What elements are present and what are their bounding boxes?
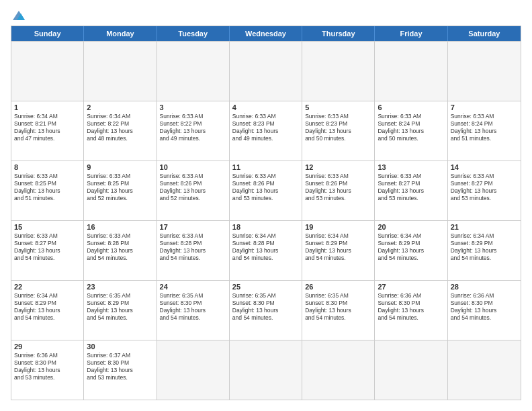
day-info: Sunrise: 6:34 AM Sunset: 8:29 PM Dayligh… <box>378 232 444 262</box>
day-info: Sunrise: 6:33 AM Sunset: 8:22 PM Dayligh… <box>160 113 226 142</box>
day-number: 20 <box>378 223 444 231</box>
day-cell-8: 8Sunrise: 6:33 AM Sunset: 8:25 PM Daylig… <box>11 161 84 220</box>
empty-cell <box>230 42 302 101</box>
day-number: 8 <box>14 163 81 171</box>
day-number: 28 <box>451 283 518 291</box>
calendar-row-2: 8Sunrise: 6:33 AM Sunset: 8:25 PM Daylig… <box>11 161 521 220</box>
day-cell-27: 27Sunrise: 6:36 AM Sunset: 8:30 PM Dayli… <box>375 281 447 340</box>
page: SundayMondayTuesdayWednesdayThursdayFrid… <box>0 0 532 411</box>
logo <box>11 11 26 19</box>
day-number: 4 <box>232 103 299 111</box>
day-number: 15 <box>14 223 81 231</box>
day-number: 27 <box>378 283 444 291</box>
day-number: 17 <box>160 223 226 231</box>
empty-cell <box>448 42 521 101</box>
day-info: Sunrise: 6:33 AM Sunset: 8:24 PM Dayligh… <box>451 113 518 142</box>
day-cell-1: 1Sunrise: 6:34 AM Sunset: 8:21 PM Daylig… <box>11 101 84 161</box>
day-number: 24 <box>160 283 226 291</box>
day-info: Sunrise: 6:34 AM Sunset: 8:29 PM Dayligh… <box>305 232 371 262</box>
day-info: Sunrise: 6:33 AM Sunset: 8:23 PM Dayligh… <box>232 113 299 142</box>
day-number: 18 <box>232 223 299 231</box>
day-number: 11 <box>232 163 299 171</box>
day-info: Sunrise: 6:33 AM Sunset: 8:25 PM Dayligh… <box>87 173 153 202</box>
day-cell-29: 29Sunrise: 6:36 AM Sunset: 8:30 PM Dayli… <box>11 340 84 400</box>
day-info: Sunrise: 6:33 AM Sunset: 8:26 PM Dayligh… <box>160 173 226 202</box>
day-number: 14 <box>451 163 518 171</box>
day-info: Sunrise: 6:33 AM Sunset: 8:23 PM Dayligh… <box>305 113 371 142</box>
day-info: Sunrise: 6:35 AM Sunset: 8:30 PM Dayligh… <box>232 292 299 322</box>
day-cell-25: 25Sunrise: 6:35 AM Sunset: 8:30 PM Dayli… <box>230 281 302 340</box>
empty-cell <box>157 42 230 101</box>
empty-cell <box>230 340 302 400</box>
day-info: Sunrise: 6:33 AM Sunset: 8:26 PM Dayligh… <box>232 173 299 202</box>
day-cell-21: 21Sunrise: 6:34 AM Sunset: 8:29 PM Dayli… <box>448 221 521 280</box>
calendar-row-1: 1Sunrise: 6:34 AM Sunset: 8:21 PM Daylig… <box>11 101 521 161</box>
day-cell-13: 13Sunrise: 6:33 AM Sunset: 8:27 PM Dayli… <box>375 161 447 220</box>
day-info: Sunrise: 6:34 AM Sunset: 8:22 PM Dayligh… <box>87 113 153 142</box>
day-cell-23: 23Sunrise: 6:35 AM Sunset: 8:29 PM Dayli… <box>84 281 157 340</box>
header <box>11 11 521 19</box>
day-number: 26 <box>305 283 371 291</box>
day-info: Sunrise: 6:36 AM Sunset: 8:30 PM Dayligh… <box>14 352 81 381</box>
day-cell-15: 15Sunrise: 6:33 AM Sunset: 8:27 PM Dayli… <box>11 221 84 280</box>
day-number: 21 <box>451 223 518 231</box>
day-number: 30 <box>87 342 153 351</box>
day-info: Sunrise: 6:36 AM Sunset: 8:30 PM Dayligh… <box>378 292 444 322</box>
day-number: 16 <box>87 223 153 231</box>
day-cell-5: 5Sunrise: 6:33 AM Sunset: 8:23 PM Daylig… <box>302 101 375 161</box>
day-number: 22 <box>14 283 81 291</box>
day-number: 5 <box>305 103 371 111</box>
calendar-row-5: 29Sunrise: 6:36 AM Sunset: 8:30 PM Dayli… <box>11 340 521 400</box>
day-info: Sunrise: 6:34 AM Sunset: 8:28 PM Dayligh… <box>232 232 299 262</box>
day-info: Sunrise: 6:36 AM Sunset: 8:30 PM Dayligh… <box>451 292 518 322</box>
day-number: 25 <box>232 283 299 291</box>
day-info: Sunrise: 6:33 AM Sunset: 8:24 PM Dayligh… <box>378 113 444 142</box>
calendar: SundayMondayTuesdayWednesdayThursdayFrid… <box>11 26 521 400</box>
day-cell-24: 24Sunrise: 6:35 AM Sunset: 8:30 PM Dayli… <box>157 281 230 340</box>
day-info: Sunrise: 6:33 AM Sunset: 8:28 PM Dayligh… <box>160 232 226 262</box>
day-cell-9: 9Sunrise: 6:33 AM Sunset: 8:25 PM Daylig… <box>84 161 157 220</box>
empty-cell <box>375 340 447 400</box>
day-cell-14: 14Sunrise: 6:33 AM Sunset: 8:27 PM Dayli… <box>448 161 521 220</box>
day-number: 9 <box>87 163 153 171</box>
header-day-thursday: Thursday <box>302 26 375 41</box>
day-number: 1 <box>14 103 81 111</box>
empty-cell <box>302 42 375 101</box>
day-cell-11: 11Sunrise: 6:33 AM Sunset: 8:26 PM Dayli… <box>230 161 302 220</box>
empty-cell <box>302 340 375 400</box>
day-number: 19 <box>305 223 371 231</box>
day-cell-10: 10Sunrise: 6:33 AM Sunset: 8:26 PM Dayli… <box>157 161 230 220</box>
day-info: Sunrise: 6:34 AM Sunset: 8:29 PM Dayligh… <box>14 292 81 322</box>
day-number: 23 <box>87 283 153 291</box>
day-info: Sunrise: 6:33 AM Sunset: 8:26 PM Dayligh… <box>305 173 371 202</box>
day-number: 13 <box>378 163 444 171</box>
day-cell-19: 19Sunrise: 6:34 AM Sunset: 8:29 PM Dayli… <box>302 221 375 280</box>
empty-cell <box>375 42 447 101</box>
day-cell-4: 4Sunrise: 6:33 AM Sunset: 8:23 PM Daylig… <box>230 101 302 161</box>
day-number: 6 <box>378 103 444 111</box>
day-info: Sunrise: 6:33 AM Sunset: 8:27 PM Dayligh… <box>378 173 444 202</box>
day-cell-18: 18Sunrise: 6:34 AM Sunset: 8:28 PM Dayli… <box>230 221 302 280</box>
calendar-header: SundayMondayTuesdayWednesdayThursdayFrid… <box>11 26 521 41</box>
day-cell-12: 12Sunrise: 6:33 AM Sunset: 8:26 PM Dayli… <box>302 161 375 220</box>
day-info: Sunrise: 6:35 AM Sunset: 8:29 PM Dayligh… <box>87 292 153 322</box>
header-day-monday: Monday <box>84 26 157 41</box>
day-cell-20: 20Sunrise: 6:34 AM Sunset: 8:29 PM Dayli… <box>375 221 447 280</box>
header-day-saturday: Saturday <box>448 26 521 41</box>
day-number: 10 <box>160 163 226 171</box>
day-cell-7: 7Sunrise: 6:33 AM Sunset: 8:24 PM Daylig… <box>448 101 521 161</box>
day-info: Sunrise: 6:33 AM Sunset: 8:27 PM Dayligh… <box>451 173 518 202</box>
day-cell-26: 26Sunrise: 6:35 AM Sunset: 8:30 PM Dayli… <box>302 281 375 340</box>
day-info: Sunrise: 6:37 AM Sunset: 8:30 PM Dayligh… <box>87 352 153 381</box>
logo-icon <box>11 9 26 21</box>
day-cell-22: 22Sunrise: 6:34 AM Sunset: 8:29 PM Dayli… <box>11 281 84 340</box>
day-cell-2: 2Sunrise: 6:34 AM Sunset: 8:22 PM Daylig… <box>84 101 157 161</box>
day-number: 7 <box>451 103 518 111</box>
day-cell-28: 28Sunrise: 6:36 AM Sunset: 8:30 PM Dayli… <box>448 281 521 340</box>
day-info: Sunrise: 6:34 AM Sunset: 8:29 PM Dayligh… <box>451 232 518 262</box>
day-cell-6: 6Sunrise: 6:33 AM Sunset: 8:24 PM Daylig… <box>375 101 447 161</box>
calendar-row-3: 15Sunrise: 6:33 AM Sunset: 8:27 PM Dayli… <box>11 220 521 280</box>
day-info: Sunrise: 6:33 AM Sunset: 8:25 PM Dayligh… <box>14 173 81 202</box>
day-info: Sunrise: 6:33 AM Sunset: 8:27 PM Dayligh… <box>14 232 81 262</box>
day-info: Sunrise: 6:35 AM Sunset: 8:30 PM Dayligh… <box>160 292 226 322</box>
